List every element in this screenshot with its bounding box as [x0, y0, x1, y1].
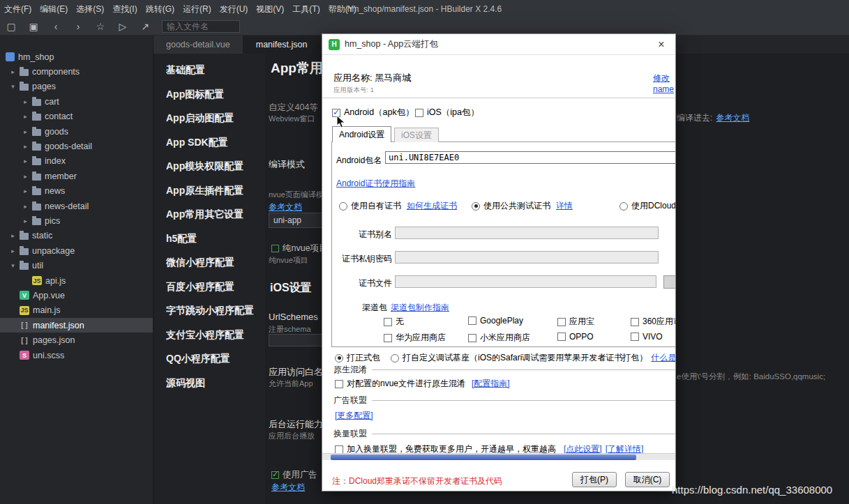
menu-run[interactable]: 运行(R) — [179, 0, 216, 18]
dialog-tab-ios[interactable]: iOS设置 — [394, 128, 439, 142]
nav-app-icon-config[interactable]: App图标配置 — [155, 82, 265, 107]
cert-guide-link[interactable]: Android证书使用指南 — [336, 178, 415, 190]
own-cert-radio[interactable] — [339, 202, 347, 211]
nav-sdk-config[interactable]: App SDK配置 — [155, 130, 265, 155]
cert-password-input[interactable] — [395, 251, 659, 264]
tree-item-components[interactable]: ▸ components — [0, 64, 153, 79]
dialog-tab-android[interactable]: Android设置 — [332, 126, 391, 142]
modify-name-link[interactable]: 修改name — [653, 72, 675, 94]
menu-edit[interactable]: 编辑(E) — [36, 0, 72, 18]
cert-detail-link[interactable]: 详情 — [556, 200, 573, 212]
nav-h5-config[interactable]: h5配置 — [155, 227, 265, 251]
ad-checkbox[interactable] — [271, 471, 279, 479]
ad-more-config-link[interactable]: [更多配置] — [335, 410, 373, 422]
ios-package-label: iOS（ipa包） — [427, 107, 479, 119]
tree-item-manifest-json[interactable]: [ ] manifest.json — [0, 318, 153, 333]
tree-item-uni-scss[interactable]: S uni.scss — [0, 348, 153, 362]
what-is-custom-base-link[interactable]: 什么是自定义调试基座 — [651, 352, 676, 364]
nav-splash-config[interactable]: App启动图配置 — [155, 106, 265, 130]
channel-guide-link[interactable]: 渠道包制作指南 — [391, 302, 449, 314]
cancel-button[interactable]: 取消(C) — [625, 472, 670, 487]
menu-select[interactable]: 选择(S) — [72, 0, 108, 18]
reference-doc-link-2[interactable]: 参考文档 — [271, 482, 305, 494]
tree-item-goods[interactable]: ▸ goods — [0, 124, 153, 139]
menu-publish[interactable]: 发行(U) — [216, 0, 253, 18]
tree-item-news[interactable]: ▸ news — [0, 184, 153, 199]
tab-goods-detail-vue[interactable]: goods-detail.vue — [153, 36, 243, 54]
ad-label: 使用广告 — [283, 469, 317, 481]
tree-item-goods-detail[interactable]: ▸ goods-detail — [0, 139, 153, 153]
tree-item-util[interactable]: ▾ util — [0, 258, 153, 273]
obfuscation-checkbox[interactable] — [335, 380, 343, 388]
tree-item-index[interactable]: ▸ index — [0, 154, 153, 169]
build-custom-radio[interactable] — [391, 354, 399, 362]
channel-oppo-checkbox[interactable] — [557, 333, 566, 341]
channel-yingyongbao-checkbox[interactable] — [557, 318, 566, 326]
bookmark-icon[interactable]: ☆ — [95, 22, 106, 31]
nav-module-permission-config[interactable]: App模块权限配置 — [155, 154, 265, 178]
tree-item-app-vue[interactable]: V App.vue — [0, 288, 153, 303]
menu-file[interactable]: 文件(F) — [0, 0, 36, 18]
tree-item-main-js[interactable]: JS main.js — [0, 303, 153, 318]
close-icon[interactable]: × — [654, 38, 669, 51]
menu-tools[interactable]: 工具(T) — [288, 0, 324, 18]
channel-googleplay-checkbox[interactable] — [468, 316, 476, 325]
tree-item-api-js[interactable]: JS api.js — [0, 273, 153, 288]
app-version-text: 应用版本号: 1 — [333, 86, 374, 95]
generate-cert-link[interactable]: 如何生成证书 — [407, 200, 457, 212]
nav-qq-mp-config[interactable]: QQ小程序配置 — [155, 346, 265, 371]
nav-alipay-mp-config[interactable]: 支付宝小程序配置 — [155, 323, 265, 347]
publish-icon[interactable]: ↗ — [140, 22, 151, 31]
urlschemes-desc: 注册schema — [269, 324, 311, 335]
obfuscation-guide-link[interactable]: [配置指南] — [472, 378, 510, 390]
cert-alias-input[interactable] — [395, 227, 659, 239]
build-button[interactable]: 打包(P) — [572, 472, 617, 487]
exchange-checkbox[interactable] — [335, 445, 343, 454]
new-file-icon[interactable]: ▢ — [6, 22, 17, 31]
run-icon[interactable]: ▷ — [117, 22, 128, 31]
tree-item-label: components — [32, 67, 80, 77]
tree-item-pages[interactable]: ▾ pages — [0, 79, 153, 94]
package-name-input[interactable] — [385, 151, 676, 164]
build-official-radio[interactable] — [335, 354, 343, 362]
forward-icon[interactable]: › — [73, 22, 84, 31]
nav-app-misc-config[interactable]: App常用其它设置 — [155, 202, 265, 227]
channel-vivo-checkbox[interactable] — [631, 333, 639, 341]
tree-item-contact[interactable]: ▸ contact — [0, 109, 153, 124]
channel-xiaomi-checkbox[interactable] — [468, 334, 476, 342]
channel-huawei-checkbox[interactable] — [384, 334, 392, 342]
reference-doc-link[interactable]: 参考文档 — [269, 201, 302, 213]
nav-native-plugin-config[interactable]: App原生插件配置 — [155, 178, 265, 203]
ios-package-checkbox[interactable] — [415, 109, 423, 117]
back-icon[interactable]: ‹ — [50, 22, 61, 31]
cert-file-input[interactable] — [395, 275, 656, 288]
reference-doc-link-3[interactable]: 参考文档 — [716, 112, 749, 124]
menu-goto[interactable]: 跳转(G) — [142, 0, 179, 18]
tree-item-member[interactable]: ▸ member — [0, 169, 153, 183]
channel-360-checkbox[interactable] — [631, 318, 639, 326]
pure-nvue-checkbox[interactable] — [271, 245, 279, 252]
tab-manifest-json[interactable]: manifest.json — [243, 36, 321, 54]
chevron-right-icon: ▸ — [22, 188, 29, 194]
nav-bytedance-mp-config[interactable]: 字节跳动小程序配置 — [155, 298, 265, 323]
menu-find[interactable]: 查找(I) — [108, 0, 141, 18]
tree-item-pics[interactable]: ▸ pics — [0, 213, 153, 228]
tree-item-news-detail[interactable]: ▸ news-detail — [0, 199, 153, 213]
nav-base-config[interactable]: 基础配置 — [155, 58, 265, 82]
scrollbar-thumb[interactable] — [331, 455, 636, 460]
tree-item-pages-json[interactable]: [ ] pages.json — [0, 333, 153, 347]
tree-item-unpackage[interactable]: ▸ unpackage — [0, 243, 153, 258]
nav-baidu-mp-config[interactable]: 百度小程序配置 — [155, 275, 265, 299]
project-root[interactable]: hm_shop — [0, 49, 153, 64]
browse-button[interactable] — [663, 275, 676, 289]
tree-item-cart[interactable]: ▸ cart — [0, 94, 153, 109]
tree-item-static[interactable]: ▸ static — [0, 229, 153, 243]
channel-none-checkbox[interactable] — [384, 318, 392, 326]
menu-view[interactable]: 视图(V) — [252, 0, 288, 18]
dcloud-cert-radio[interactable] — [619, 202, 628, 211]
public-cert-radio[interactable] — [472, 202, 480, 211]
save-icon[interactable]: ▣ — [28, 22, 39, 31]
nav-weixin-mp-config[interactable]: 微信小程序配置 — [155, 250, 265, 275]
nav-source-view[interactable]: 源码视图 — [155, 371, 265, 395]
filename-search-input[interactable] — [162, 20, 240, 33]
